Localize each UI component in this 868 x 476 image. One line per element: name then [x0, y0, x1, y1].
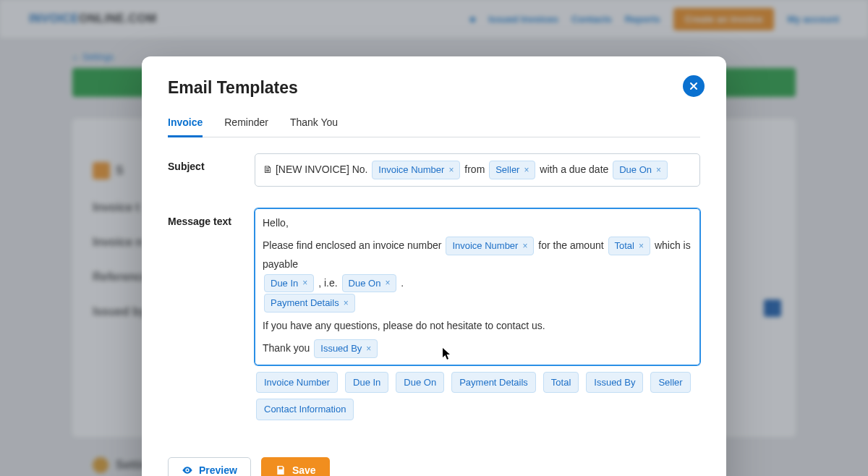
palette-total[interactable]: Total — [543, 372, 579, 394]
svg-point-0 — [187, 469, 189, 472]
palette-due-in[interactable]: Due In — [345, 372, 388, 394]
message-label: Message text — [168, 208, 240, 227]
preview-button[interactable]: Preview — [168, 457, 251, 476]
attachment-icon: 🗎 — [263, 163, 273, 175]
chip-remove-icon[interactable]: × — [448, 163, 454, 177]
chip-invoice-number[interactable]: Invoice Number× — [372, 161, 460, 179]
palette-seller[interactable]: Seller — [650, 372, 690, 394]
chip-invoice-number[interactable]: Invoice Number× — [446, 237, 534, 255]
variable-palette: Invoice Number Due In Due On Payment Det… — [255, 371, 700, 421]
chip-issued-by[interactable]: Issued By× — [314, 339, 378, 358]
chip-remove-icon[interactable]: × — [524, 163, 529, 177]
chip-remove-icon[interactable]: × — [639, 239, 644, 252]
tab-reminder[interactable]: Reminder — [224, 116, 268, 137]
chip-total[interactable]: Total× — [608, 237, 650, 255]
save-label: Save — [292, 464, 316, 476]
msg-line-questions: If you have any questions, please do not… — [263, 320, 545, 331]
chip-remove-icon[interactable]: × — [656, 163, 661, 177]
msg-text: Please find enclosed an invoice number — [263, 239, 444, 251]
preview-label: Preview — [199, 464, 237, 476]
modal-title: Email Templates — [168, 78, 700, 98]
msg-text: . — [401, 277, 404, 289]
subject-text-0: [NEW INVOICE] No. — [273, 163, 370, 175]
save-button[interactable]: Save — [261, 457, 330, 476]
email-templates-modal: Email Templates Invoice Reminder Thank Y… — [142, 56, 726, 476]
message-field[interactable]: Hello, Please find enclosed an invoice n… — [255, 208, 700, 365]
chip-remove-icon[interactable]: × — [522, 239, 527, 252]
eye-icon — [182, 464, 193, 476]
msg-text: Thank you — [263, 342, 312, 354]
chip-remove-icon[interactable]: × — [385, 276, 390, 289]
subject-text-1: from — [464, 163, 488, 175]
modal-footer: Preview Save — [168, 457, 700, 476]
msg-text: for the amount — [538, 239, 606, 251]
close-button[interactable] — [683, 75, 705, 97]
subject-field[interactable]: 🗎 [NEW INVOICE] No. Invoice Number× from… — [255, 153, 700, 187]
save-icon — [275, 464, 286, 476]
chip-remove-icon[interactable]: × — [302, 276, 307, 289]
tab-invoice[interactable]: Invoice — [168, 116, 203, 137]
chip-due-on[interactable]: Due On× — [613, 161, 668, 179]
chip-remove-icon[interactable]: × — [366, 342, 371, 355]
palette-issued-by[interactable]: Issued By — [586, 372, 643, 394]
subject-text-2: with a due date — [540, 163, 611, 175]
palette-invoice-number[interactable]: Invoice Number — [256, 372, 338, 394]
chip-due-in[interactable]: Due In× — [264, 274, 314, 293]
chip-payment-details[interactable]: Payment Details× — [264, 294, 355, 313]
tab-thank-you[interactable]: Thank You — [290, 116, 338, 137]
msg-line-hello: Hello, — [263, 217, 289, 229]
palette-due-on[interactable]: Due On — [396, 372, 444, 394]
msg-text: , i.e. — [318, 277, 340, 289]
chip-remove-icon[interactable]: × — [344, 297, 349, 310]
message-row: Message text Hello, Please find enclosed… — [168, 208, 700, 365]
template-tabs: Invoice Reminder Thank You — [168, 116, 700, 137]
chip-due-on[interactable]: Due On× — [342, 274, 397, 293]
chip-seller[interactable]: Seller× — [489, 161, 535, 179]
close-icon — [688, 80, 699, 92]
palette-payment-details[interactable]: Payment Details — [451, 372, 536, 394]
subject-row: Subject 🗎 [NEW INVOICE] No. Invoice Numb… — [168, 153, 700, 187]
palette-contact-information[interactable]: Contact Information — [256, 399, 354, 420]
subject-label: Subject — [168, 153, 240, 172]
